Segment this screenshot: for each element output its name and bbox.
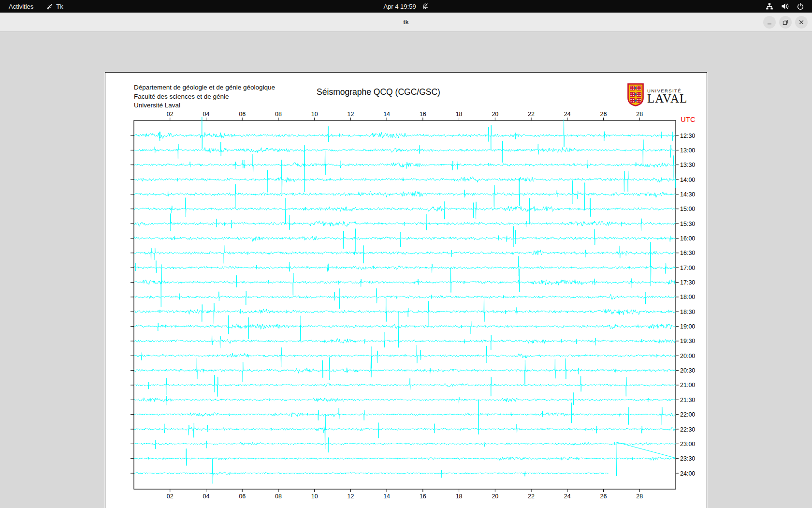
time-label: 14:30 bbox=[680, 191, 695, 198]
seismogram-trace-row-21:30 bbox=[134, 392, 676, 405]
time-label: 17:00 bbox=[680, 265, 695, 271]
logo-text-laval: LAVAL bbox=[647, 93, 687, 104]
tk-window-content: 0202040406060808101012121414161618182020… bbox=[0, 32, 812, 508]
x-tick-label-top: 10 bbox=[311, 111, 318, 118]
x-tick-label-bottom: 20 bbox=[492, 493, 498, 500]
laval-shield-icon bbox=[627, 83, 644, 108]
seismogram-trace-row-18:30 bbox=[134, 298, 676, 327]
time-label: 13:00 bbox=[680, 147, 695, 154]
time-label: 15:30 bbox=[680, 221, 695, 227]
maximize-button[interactable] bbox=[779, 16, 792, 29]
time-label: 24:00 bbox=[680, 470, 695, 477]
seismogram-trace-row-16:30 bbox=[134, 245, 676, 263]
x-tick-label-top: 28 bbox=[636, 111, 643, 118]
time-label: 12:30 bbox=[680, 133, 695, 139]
x-tick-label-bottom: 22 bbox=[528, 493, 535, 500]
x-tick-label-bottom: 02 bbox=[167, 493, 174, 500]
network-icon[interactable] bbox=[766, 2, 773, 10]
minimize-button[interactable] bbox=[763, 16, 776, 29]
x-tick-label-bottom: 16 bbox=[420, 493, 426, 500]
time-label: 16:30 bbox=[680, 250, 695, 256]
time-label: 13:30 bbox=[680, 162, 695, 168]
seismogram-trace-row-19:00 bbox=[134, 311, 676, 347]
x-tick-label-bottom: 08 bbox=[275, 493, 282, 500]
institution-line-1: Département de géologie et de génie géol… bbox=[134, 83, 275, 92]
time-label: 17:30 bbox=[680, 279, 695, 286]
seismogram-trace-row-20:00 bbox=[134, 345, 676, 368]
seismograph-canvas: 0202040406060808101012121414161618182020… bbox=[105, 72, 707, 508]
seismogram-trace-row-13:00 bbox=[134, 140, 676, 165]
x-tick-label-bottom: 18 bbox=[456, 493, 463, 500]
clock-label: Apr 4 19:59 bbox=[383, 3, 416, 10]
x-tick-label-top: 12 bbox=[347, 111, 354, 118]
time-label: 20:00 bbox=[680, 353, 695, 359]
plot-frame bbox=[134, 120, 676, 489]
seismogram-trace-row-18:00 bbox=[134, 288, 676, 309]
x-tick-label-bottom: 26 bbox=[600, 493, 607, 500]
x-tick-label-top: 02 bbox=[167, 111, 174, 118]
institution-line-3: Université Laval bbox=[134, 101, 275, 110]
notifications-muted-icon bbox=[422, 3, 429, 10]
x-tick-label-top: 14 bbox=[383, 111, 390, 118]
x-tick-label-top: 26 bbox=[600, 111, 607, 118]
time-label: 21:30 bbox=[680, 397, 695, 403]
x-tick-label-top: 08 bbox=[275, 111, 282, 118]
seismogram-trace-row-21:00 bbox=[134, 375, 676, 396]
seismogram-trace-row-15:00 bbox=[134, 198, 676, 224]
window-title-bar: tk bbox=[0, 13, 812, 32]
time-label: 18:00 bbox=[680, 294, 695, 300]
seismogram-trace-row-16:00 bbox=[134, 226, 676, 252]
seismogram-trace-row-15:30 bbox=[134, 213, 676, 231]
seismogram-trace-row-23:30 bbox=[134, 442, 676, 476]
seismogram-trace-row-17:00 bbox=[134, 242, 676, 286]
time-label: 20:30 bbox=[680, 367, 695, 374]
seismogram-trace-row-13:30 bbox=[134, 145, 676, 192]
seismogram-trace-row-12:30 bbox=[134, 117, 676, 150]
time-label: 23:30 bbox=[680, 455, 695, 462]
gnome-top-bar: Activities Tk Apr 4 19:59 bbox=[0, 0, 812, 13]
x-tick-label-top: 18 bbox=[456, 111, 463, 118]
utc-axis-label: UTC bbox=[681, 115, 696, 123]
x-tick-label-bottom: 06 bbox=[239, 493, 246, 500]
time-label: 15:00 bbox=[680, 206, 695, 212]
institution-line-2: Faculté des sciences et de génie bbox=[134, 92, 275, 102]
x-tick-label-bottom: 10 bbox=[311, 493, 318, 500]
time-label: 22:00 bbox=[680, 411, 695, 418]
x-tick-label-bottom: 24 bbox=[564, 493, 571, 500]
x-tick-label-bottom: 28 bbox=[636, 493, 643, 500]
x-tick-label-top: 06 bbox=[239, 111, 246, 118]
seismogram-trace-row-23:00 bbox=[134, 438, 676, 453]
seismogram-plot: 0202040406060808101012121414161618182020… bbox=[105, 73, 707, 508]
time-label: 18:30 bbox=[680, 309, 695, 315]
time-label: 19:00 bbox=[680, 323, 695, 330]
x-tick-label-bottom: 04 bbox=[203, 493, 210, 500]
time-label: 21:00 bbox=[680, 382, 695, 388]
window-title: tk bbox=[0, 13, 812, 31]
seismogram-trace-row-24:00 bbox=[134, 459, 609, 483]
universite-laval-logo: UNIVERSITÉ LAVAL bbox=[627, 83, 687, 108]
time-label: 16:00 bbox=[680, 235, 695, 242]
institution-header: Département de géologie et de génie géol… bbox=[134, 83, 275, 110]
x-tick-label-top: 16 bbox=[420, 111, 426, 118]
x-tick-label-bottom: 12 bbox=[347, 493, 354, 500]
close-button[interactable] bbox=[795, 16, 808, 29]
seismogram-trace-row-19:30 bbox=[134, 332, 676, 350]
x-tick-label-top: 20 bbox=[492, 111, 498, 118]
power-icon[interactable] bbox=[797, 2, 804, 10]
x-tick-label-top: 24 bbox=[564, 111, 571, 118]
x-tick-label-top: 22 bbox=[528, 111, 535, 118]
seismogram-trace-row-20:30 bbox=[134, 358, 676, 385]
time-label: 22:30 bbox=[680, 426, 695, 433]
volume-icon[interactable] bbox=[781, 2, 789, 10]
x-tick-label-bottom: 14 bbox=[383, 493, 390, 500]
seismogram-trace-row-17:30 bbox=[134, 265, 676, 307]
plot-title: Séismographe QCQ (CGC/GSC) bbox=[317, 87, 440, 97]
x-tick-label-top: 04 bbox=[203, 111, 210, 118]
time-label: 14:00 bbox=[680, 177, 695, 183]
seismogram-trace-row-14:30 bbox=[134, 178, 676, 210]
clock-menu[interactable]: Apr 4 19:59 bbox=[0, 0, 812, 13]
time-label: 23:00 bbox=[680, 441, 695, 448]
time-label: 19:30 bbox=[680, 338, 695, 344]
